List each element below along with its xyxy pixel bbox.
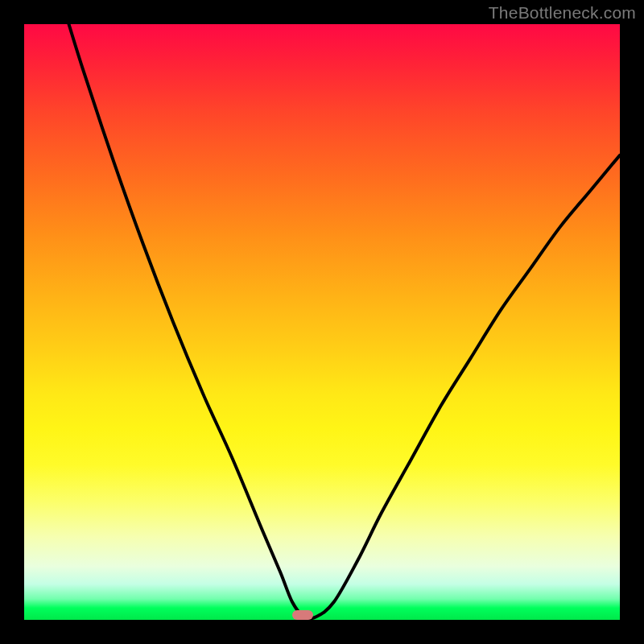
chart-frame: TheBottleneck.com bbox=[0, 0, 644, 644]
bottleneck-curve bbox=[69, 24, 621, 619]
watermark-text: TheBottleneck.com bbox=[489, 3, 636, 23]
optimum-marker bbox=[292, 610, 313, 620]
plot-area bbox=[24, 24, 620, 620]
curve-layer bbox=[24, 24, 620, 620]
